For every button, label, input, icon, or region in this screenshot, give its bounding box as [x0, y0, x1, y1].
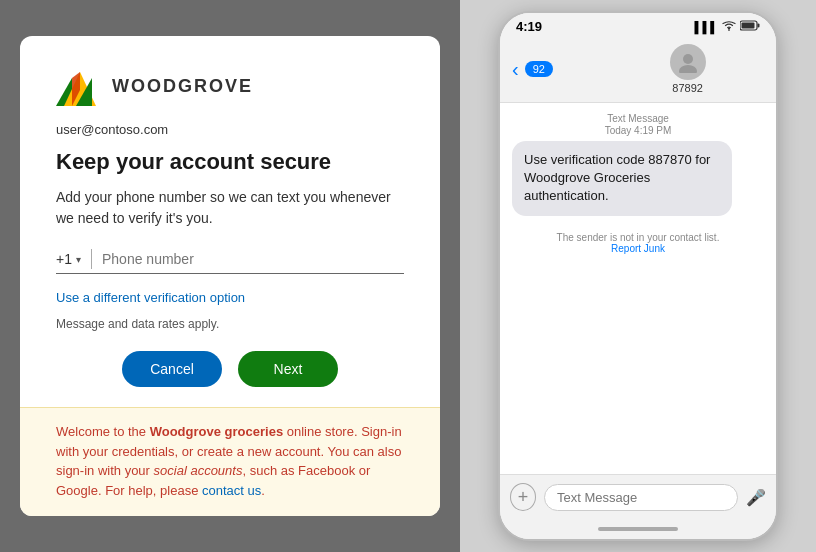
left-panel: WOODGROVE user@contoso.com Keep your acc… [0, 0, 460, 552]
card-title: Keep your account secure [56, 149, 404, 175]
button-row: Cancel Next [56, 351, 404, 387]
phone-header: ‹ 92 87892 [500, 38, 776, 103]
status-time: 4:19 [516, 19, 542, 34]
status-icons: ▌▌▌ [695, 20, 760, 33]
country-code-value: +1 [56, 251, 72, 267]
message-type: Text Message [512, 113, 764, 124]
phone-message-input[interactable] [544, 484, 738, 511]
contact-info: 87892 [670, 44, 706, 94]
phone-home-bar [500, 519, 776, 539]
next-button[interactable]: Next [238, 351, 338, 387]
message-bubble: Use verification code 887870 for Woodgro… [512, 141, 732, 216]
phone-mockup: 4:19 ▌▌▌ ‹ 92 87892 [498, 11, 778, 541]
contact-number: 87892 [672, 82, 703, 94]
battery-icon [740, 20, 760, 33]
svg-rect-6 [742, 23, 755, 29]
phone-input-row: +1 ▾ [56, 249, 404, 274]
bottom-text-intro: Welcome to the [56, 424, 150, 439]
phone-number-input[interactable] [102, 251, 404, 267]
phone-messages-area: Text Message Today 4:19 PM Use verificat… [500, 103, 776, 474]
phone-input-bar: + 🎤 [500, 474, 776, 519]
phone-status-bar: 4:19 ▌▌▌ [500, 13, 776, 38]
add-button[interactable]: + [510, 483, 536, 511]
message-footer: The sender is not in your contact list. … [512, 232, 764, 254]
back-count-badge[interactable]: 92 [525, 61, 553, 77]
chevron-down-icon: ▾ [76, 254, 81, 265]
signal-icon: ▌▌▌ [695, 21, 718, 33]
microphone-icon[interactable]: 🎤 [746, 488, 766, 507]
logo-area: WOODGROVE [56, 68, 404, 106]
country-code-selector[interactable]: +1 ▾ [56, 251, 81, 267]
message-meta: Text Message Today 4:19 PM [512, 113, 764, 137]
bottom-brand: Woodgrove groceries [150, 424, 283, 439]
right-panel: 4:19 ▌▌▌ ‹ 92 87892 [460, 0, 816, 552]
cancel-button[interactable]: Cancel [122, 351, 222, 387]
svg-rect-5 [758, 24, 760, 28]
svg-point-8 [679, 65, 697, 73]
report-junk-link[interactable]: Report Junk [611, 243, 665, 254]
contact-avatar [670, 44, 706, 80]
card-description: Add your phone number so we can text you… [56, 187, 404, 229]
wifi-icon [722, 20, 736, 33]
input-divider [91, 249, 92, 269]
different-verification-link[interactable]: Use a different verification option [56, 290, 404, 305]
woodgrove-logo-icon [56, 68, 104, 106]
message-time: Today 4:19 PM [512, 125, 764, 136]
bottom-info-bar: Welcome to the Woodgrove groceries onlin… [20, 407, 440, 516]
logo-text: WOODGROVE [112, 76, 253, 97]
svg-point-7 [683, 54, 693, 64]
sender-warning: The sender is not in your contact list. [512, 232, 764, 243]
card: WOODGROVE user@contoso.com Keep your acc… [20, 36, 440, 516]
bottom-text-end: . [261, 483, 265, 498]
rates-note: Message and data rates apply. [56, 317, 404, 331]
contact-us-link[interactable]: contact us [202, 483, 261, 498]
back-icon[interactable]: ‹ [512, 58, 519, 81]
user-email: user@contoso.com [56, 122, 404, 137]
bottom-text-italic: social accounts [154, 463, 243, 478]
home-indicator [598, 527, 678, 531]
